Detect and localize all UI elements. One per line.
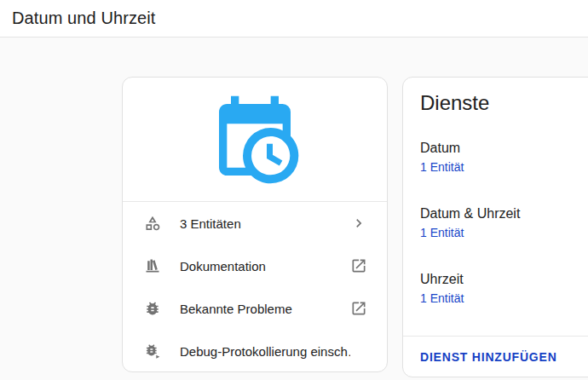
- service-name: Uhrzeit: [420, 270, 588, 289]
- documentation-row[interactable]: Dokumentation: [123, 245, 387, 287]
- service-name: Datum & Uhrzeit: [420, 204, 588, 223]
- open-in-new-icon: [350, 300, 367, 317]
- service-entity-link[interactable]: 1 Entität: [420, 223, 464, 242]
- debug-logging-row-label: Debug-Protokollierung einsch…: [180, 344, 350, 359]
- bug-play-icon: [144, 343, 161, 360]
- entities-row[interactable]: 3 Entitäten: [123, 202, 387, 245]
- calendar-clock-icon: [207, 92, 303, 187]
- entities-row-label: 3 Entitäten: [180, 216, 350, 231]
- service-entity-link[interactable]: 1 Entität: [420, 158, 464, 176]
- services-card: Dienste Datum 1 Entität Datum & Uhrzeit …: [402, 77, 588, 377]
- page-title: Datum und Uhrzeit: [12, 9, 155, 28]
- known-issues-row[interactable]: Bekannte Probleme: [123, 287, 387, 330]
- service-entity-link[interactable]: 1 Entität: [420, 289, 464, 308]
- debug-logging-row[interactable]: Debug-Protokollierung einsch…: [123, 330, 387, 372]
- service-item-uhrzeit: Uhrzeit 1 Entität: [420, 270, 588, 308]
- shapes-icon: [144, 215, 161, 232]
- services-card-title: Dienste: [420, 91, 588, 115]
- service-name: Datum: [420, 139, 588, 158]
- integration-icon-area: [123, 78, 387, 202]
- row-trailing-spacer: [350, 343, 367, 360]
- chevron-right-icon: [350, 215, 367, 232]
- bug-icon: [144, 300, 161, 317]
- service-item-datum: Datum 1 Entität: [420, 139, 588, 176]
- service-item-datum-uhrzeit: Datum & Uhrzeit 1 Entität: [420, 204, 588, 242]
- page-header: Datum und Uhrzeit: [0, 0, 588, 37]
- bookshelf-icon: [144, 257, 161, 274]
- open-in-new-icon: [350, 257, 367, 274]
- documentation-row-label: Dokumentation: [180, 259, 350, 273]
- integration-card: 3 Entitäten Dokumentation Bekannte Probl…: [122, 77, 388, 372]
- services-card-footer: DIENST HINZUFÜGEN: [403, 336, 588, 377]
- add-service-button[interactable]: DIENST HINZUFÜGEN: [420, 350, 557, 364]
- known-issues-row-label: Bekannte Probleme: [180, 302, 350, 316]
